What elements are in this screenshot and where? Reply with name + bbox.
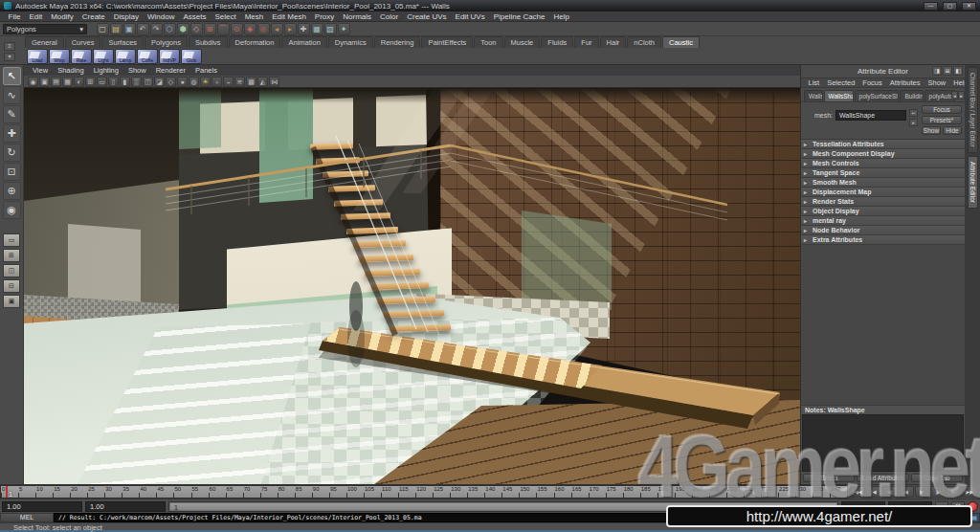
- presets-button[interactable]: Presets*: [922, 116, 962, 124]
- go-to-start-icon[interactable]: |◀◀: [850, 486, 865, 498]
- shelf-button-rate[interactable]: Rate: [71, 49, 92, 64]
- render-current-frame-icon[interactable]: ▦: [311, 23, 323, 35]
- select-hierarchy-icon[interactable]: ⬡: [164, 23, 176, 35]
- viewport-menu-shading[interactable]: Shading: [54, 66, 88, 75]
- time-tick-180[interactable]: 180: [623, 486, 640, 498]
- shelf-tab-curves[interactable]: Curves: [65, 36, 101, 48]
- snap-plane-icon[interactable]: ◈: [244, 23, 256, 35]
- ae-tab-scroll-left-icon[interactable]: ◂: [951, 91, 958, 100]
- viewport-menu-lighting[interactable]: Lighting: [90, 66, 122, 75]
- ae-menu-show[interactable]: Show: [924, 78, 949, 87]
- command-line-mode[interactable]: MEL: [0, 513, 54, 522]
- select-object-icon[interactable]: ⬢: [177, 23, 189, 35]
- time-tick-110[interactable]: 110: [381, 486, 398, 498]
- playback-start-field[interactable]: 1.00: [85, 501, 166, 512]
- time-tick-60[interactable]: 60: [209, 486, 226, 498]
- input-connections-icon[interactable]: ◂: [271, 23, 283, 35]
- ae-section-mesh-controls[interactable]: Mesh Controls: [801, 159, 965, 168]
- smooth-shade-icon[interactable]: ●: [177, 77, 188, 87]
- time-tick-70[interactable]: 70: [243, 486, 260, 498]
- ae-tab-polysurfaceshape40[interactable]: polySurfaceShape40: [855, 90, 900, 101]
- time-tick-120[interactable]: 120: [415, 486, 433, 498]
- time-tick-65[interactable]: 65: [226, 486, 243, 498]
- viewport-menu-show[interactable]: Show: [124, 66, 150, 75]
- shelf-tab-painteffects[interactable]: PaintEffects: [421, 36, 473, 48]
- time-tick-55[interactable]: 55: [191, 486, 209, 498]
- snap-surface-icon[interactable]: ◎: [257, 23, 270, 35]
- menu-select[interactable]: Select: [211, 12, 240, 21]
- time-tick-40[interactable]: 40: [139, 486, 156, 498]
- time-tick-200[interactable]: 200: [692, 486, 709, 498]
- menu-file[interactable]: File: [4, 12, 25, 21]
- open-scene-icon[interactable]: ▤: [110, 23, 122, 35]
- time-tick-45[interactable]: 45: [156, 486, 173, 498]
- shelf-button-glob[interactable]: Glob: [181, 49, 202, 64]
- menu-edit-uvs[interactable]: Edit UVs: [451, 12, 489, 21]
- shelf-tab-muscle[interactable]: Muscle: [504, 36, 541, 48]
- bookmark-icon[interactable]: ▤: [51, 77, 61, 87]
- shelf-tab-fur[interactable]: Fur: [574, 36, 598, 48]
- menu-mesh[interactable]: Mesh: [240, 12, 268, 21]
- snap-grid-icon[interactable]: ⊞: [204, 23, 216, 35]
- mesh-name-field[interactable]: WallsShape: [835, 110, 906, 121]
- menu-edit[interactable]: Edit: [25, 12, 47, 21]
- time-tick-50[interactable]: 50: [173, 486, 190, 498]
- ae-section-tangent-space[interactable]: Tangent Space: [801, 168, 965, 178]
- time-tick-215[interactable]: 215: [744, 486, 761, 498]
- shelf-tab-fluids[interactable]: Fluids: [541, 36, 573, 48]
- menu-help[interactable]: Help: [549, 12, 573, 21]
- time-tick-95[interactable]: 95: [329, 486, 346, 498]
- step-back-frame-icon[interactable]: |◀: [866, 486, 881, 498]
- step-forward-key-icon[interactable]: |▶: [930, 486, 946, 498]
- shelf-tab-ncloth[interactable]: nCloth: [627, 36, 661, 48]
- minimize-button[interactable]: —: [924, 2, 938, 11]
- ae-menu-selected[interactable]: Selected: [824, 78, 858, 87]
- hide-button[interactable]: Hide: [943, 126, 962, 135]
- paint-select-tool-icon[interactable]: ✎: [3, 105, 21, 123]
- scale-tool-icon[interactable]: ⊡: [3, 163, 21, 181]
- redo-icon[interactable]: ↷: [150, 23, 163, 35]
- time-tick-230[interactable]: 230: [795, 486, 813, 498]
- close-button[interactable]: ✕: [962, 2, 976, 11]
- time-tick-90[interactable]: 90: [312, 486, 329, 498]
- ae-tab-wallsshape[interactable]: WallsShape: [824, 90, 854, 101]
- shelf-tab-hair[interactable]: Hair: [600, 36, 627, 48]
- ae-section-node-behavior[interactable]: Node Behavior: [801, 226, 965, 235]
- time-tick-35[interactable]: 35: [122, 486, 139, 498]
- move-tool-icon[interactable]: ✚: [3, 124, 21, 143]
- ae-section-mental-ray[interactable]: mental ray: [801, 216, 965, 226]
- ae-section-object-display[interactable]: Object Display: [801, 207, 965, 216]
- time-tick-115[interactable]: 115: [398, 486, 415, 498]
- time-tick-210[interactable]: 210: [726, 486, 744, 498]
- time-tick-205[interactable]: 205: [709, 486, 726, 498]
- ae-menu-focus[interactable]: Focus: [859, 78, 885, 87]
- time-tick-185[interactable]: 185: [640, 486, 657, 498]
- swatch-forward-icon[interactable]: ▸: [909, 119, 918, 126]
- camera-attributes-icon[interactable]: ▣: [39, 77, 50, 87]
- select-component-icon[interactable]: ◇: [190, 23, 203, 35]
- render-settings-icon[interactable]: ✦: [338, 23, 350, 35]
- time-tick-220[interactable]: 220: [761, 486, 778, 498]
- time-tick-145[interactable]: 145: [501, 486, 519, 498]
- menu-pipeline-cache[interactable]: Pipeline Cache: [489, 12, 549, 21]
- time-tick-240[interactable]: 240: [830, 486, 847, 498]
- viewport-scene[interactable]: [24, 88, 800, 484]
- time-tick-190[interactable]: 190: [657, 486, 675, 498]
- resolution-gate-icon[interactable]: ▯: [108, 77, 119, 87]
- focus-button[interactable]: Focus: [922, 105, 962, 114]
- time-tick-175[interactable]: 175: [606, 486, 623, 498]
- time-tick-130[interactable]: 130: [450, 486, 467, 498]
- ae-tab-walls[interactable]: Walls: [804, 90, 823, 101]
- shelf-button-load[interactable]: Load: [27, 49, 48, 64]
- step-back-key-icon[interactable]: ◀|: [882, 486, 898, 498]
- ipr-render-icon[interactable]: ▧: [324, 23, 337, 35]
- menu-assets[interactable]: Assets: [179, 12, 211, 21]
- ae-grid-icon[interactable]: ⊞: [943, 66, 952, 76]
- viewport-menu-view[interactable]: View: [29, 66, 52, 75]
- shelf-tab-toon[interactable]: Toon: [474, 36, 502, 48]
- time-tick-140[interactable]: 140: [484, 486, 501, 498]
- snap-curve-icon[interactable]: ⌒: [217, 23, 230, 35]
- menu-create-uvs[interactable]: Create UVs: [403, 12, 451, 21]
- show-button[interactable]: Show: [922, 126, 941, 135]
- viewport-menu-renderer[interactable]: Renderer: [152, 66, 189, 75]
